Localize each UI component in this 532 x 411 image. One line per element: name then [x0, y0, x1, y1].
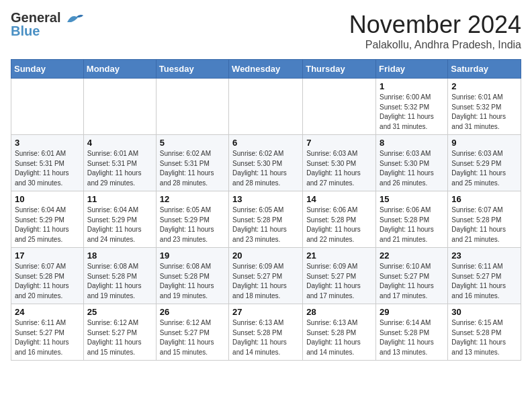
calendar-cell: 26Sunrise: 6:12 AMSunset: 5:27 PMDayligh…	[156, 304, 228, 361]
weekday-header-sunday: Sunday	[11, 60, 84, 79]
calendar-cell: 9Sunrise: 6:03 AMSunset: 5:29 PMDaylight…	[448, 135, 521, 191]
calendar-cell: 25Sunrise: 6:12 AMSunset: 5:27 PMDayligh…	[83, 304, 156, 361]
calendar-cell: 15Sunrise: 6:06 AMSunset: 5:28 PMDayligh…	[376, 191, 448, 248]
title-block: November 2024 Palakollu, Andhra Pradesh,…	[349, 11, 521, 51]
weekday-header-saturday: Saturday	[448, 60, 521, 79]
calendar-cell: 18Sunrise: 6:08 AMSunset: 5:28 PMDayligh…	[83, 248, 156, 304]
calendar-cell: 24Sunrise: 6:11 AMSunset: 5:27 PMDayligh…	[11, 304, 84, 361]
day-info: Sunrise: 6:02 AMSunset: 5:30 PMDaylight:…	[232, 149, 299, 188]
day-info: Sunrise: 6:03 AMSunset: 5:29 PMDaylight:…	[451, 149, 517, 188]
day-number: 12	[160, 194, 225, 204]
day-info: Sunrise: 6:15 AMSunset: 5:28 PMDaylight:…	[451, 318, 517, 357]
weekday-header-tuesday: Tuesday	[156, 60, 228, 79]
day-info: Sunrise: 6:12 AMSunset: 5:27 PMDaylight:…	[87, 318, 152, 357]
day-info: Sunrise: 6:04 AMSunset: 5:29 PMDaylight:…	[87, 205, 152, 244]
day-info: Sunrise: 6:13 AMSunset: 5:28 PMDaylight:…	[306, 318, 372, 357]
day-info: Sunrise: 6:06 AMSunset: 5:28 PMDaylight:…	[380, 205, 444, 244]
calendar-cell	[11, 79, 84, 135]
calendar-cell: 19Sunrise: 6:08 AMSunset: 5:28 PMDayligh…	[156, 248, 228, 304]
day-number: 1	[380, 81, 444, 91]
calendar-cell	[303, 79, 376, 135]
day-info: Sunrise: 6:11 AMSunset: 5:27 PMDaylight:…	[451, 262, 517, 301]
location-subtitle: Palakollu, Andhra Pradesh, India	[349, 39, 521, 51]
day-info: Sunrise: 6:08 AMSunset: 5:28 PMDaylight:…	[87, 262, 152, 301]
calendar-cell: 6Sunrise: 6:02 AMSunset: 5:30 PMDaylight…	[229, 135, 303, 191]
day-number: 25	[87, 307, 152, 317]
calendar-table: SundayMondayTuesdayWednesdayThursdayFrid…	[11, 59, 521, 361]
calendar-cell: 21Sunrise: 6:09 AMSunset: 5:27 PMDayligh…	[303, 248, 376, 304]
day-info: Sunrise: 6:01 AMSunset: 5:31 PMDaylight:…	[15, 149, 80, 188]
calendar-cell: 27Sunrise: 6:13 AMSunset: 5:28 PMDayligh…	[229, 304, 303, 361]
day-number: 14	[306, 194, 372, 204]
day-info: Sunrise: 6:07 AMSunset: 5:28 PMDaylight:…	[451, 205, 517, 244]
day-info: Sunrise: 6:08 AMSunset: 5:28 PMDaylight:…	[160, 262, 225, 301]
day-number: 22	[380, 250, 444, 261]
day-number: 29	[380, 307, 444, 317]
day-info: Sunrise: 6:09 AMSunset: 5:27 PMDaylight:…	[232, 262, 299, 301]
day-number: 6	[232, 138, 299, 148]
weekday-header-thursday: Thursday	[303, 60, 376, 79]
day-number: 18	[87, 250, 152, 261]
day-number: 21	[306, 250, 372, 261]
day-info: Sunrise: 6:12 AMSunset: 5:27 PMDaylight:…	[160, 318, 225, 357]
calendar-cell: 23Sunrise: 6:11 AMSunset: 5:27 PMDayligh…	[448, 248, 521, 304]
day-info: Sunrise: 6:11 AMSunset: 5:27 PMDaylight:…	[15, 318, 80, 357]
day-info: Sunrise: 6:06 AMSunset: 5:28 PMDaylight:…	[306, 205, 372, 244]
day-number: 13	[232, 194, 299, 204]
day-number: 20	[232, 250, 299, 261]
logo-bird-icon	[66, 13, 85, 25]
calendar-cell: 30Sunrise: 6:15 AMSunset: 5:28 PMDayligh…	[448, 304, 521, 361]
day-number: 23	[451, 250, 517, 261]
calendar-cell: 13Sunrise: 6:05 AMSunset: 5:28 PMDayligh…	[229, 191, 303, 248]
calendar-cell: 12Sunrise: 6:05 AMSunset: 5:29 PMDayligh…	[156, 191, 228, 248]
day-number: 27	[232, 307, 299, 317]
weekday-header-wednesday: Wednesday	[229, 60, 303, 79]
calendar-week-5: 24Sunrise: 6:11 AMSunset: 5:27 PMDayligh…	[11, 304, 521, 361]
calendar-week-1: 1Sunrise: 6:00 AMSunset: 5:32 PMDaylight…	[11, 79, 521, 135]
calendar-cell: 20Sunrise: 6:09 AMSunset: 5:27 PMDayligh…	[229, 248, 303, 304]
calendar-cell: 2Sunrise: 6:01 AMSunset: 5:32 PMDaylight…	[448, 79, 521, 135]
calendar-week-4: 17Sunrise: 6:07 AMSunset: 5:28 PMDayligh…	[11, 248, 521, 304]
day-info: Sunrise: 6:02 AMSunset: 5:31 PMDaylight:…	[160, 149, 225, 188]
day-number: 17	[15, 250, 80, 261]
day-info: Sunrise: 6:09 AMSunset: 5:27 PMDaylight:…	[306, 262, 372, 301]
day-number: 26	[160, 307, 225, 317]
day-info: Sunrise: 6:13 AMSunset: 5:28 PMDaylight:…	[232, 318, 299, 357]
day-number: 11	[87, 194, 152, 204]
day-info: Sunrise: 6:03 AMSunset: 5:30 PMDaylight:…	[380, 149, 444, 188]
day-number: 9	[451, 138, 517, 148]
day-number: 19	[160, 250, 225, 261]
day-number: 3	[15, 138, 80, 148]
day-info: Sunrise: 6:05 AMSunset: 5:29 PMDaylight:…	[160, 205, 225, 244]
day-number: 5	[160, 138, 225, 148]
weekday-header-friday: Friday	[376, 60, 448, 79]
day-info: Sunrise: 6:07 AMSunset: 5:28 PMDaylight:…	[15, 262, 80, 301]
month-title: November 2024	[349, 11, 521, 39]
calendar-week-3: 10Sunrise: 6:04 AMSunset: 5:29 PMDayligh…	[11, 191, 521, 248]
weekday-header-row: SundayMondayTuesdayWednesdayThursdayFrid…	[11, 60, 521, 79]
day-number: 24	[15, 307, 80, 317]
calendar-cell	[156, 79, 228, 135]
calendar-cell: 16Sunrise: 6:07 AMSunset: 5:28 PMDayligh…	[448, 191, 521, 248]
calendar-cell: 7Sunrise: 6:03 AMSunset: 5:30 PMDaylight…	[303, 135, 376, 191]
day-number: 4	[87, 138, 152, 148]
calendar-cell	[229, 79, 303, 135]
day-info: Sunrise: 6:14 AMSunset: 5:28 PMDaylight:…	[380, 318, 444, 357]
day-info: Sunrise: 6:04 AMSunset: 5:29 PMDaylight:…	[15, 205, 80, 244]
page-header: General Blue November 2024 Palakollu, An…	[11, 11, 521, 51]
day-number: 30	[451, 307, 517, 317]
calendar-cell: 28Sunrise: 6:13 AMSunset: 5:28 PMDayligh…	[303, 304, 376, 361]
day-number: 28	[306, 307, 372, 317]
day-number: 16	[451, 194, 517, 204]
calendar-cell: 14Sunrise: 6:06 AMSunset: 5:28 PMDayligh…	[303, 191, 376, 248]
day-number: 7	[306, 138, 372, 148]
day-number: 10	[15, 194, 80, 204]
day-number: 15	[380, 194, 444, 204]
day-info: Sunrise: 6:00 AMSunset: 5:32 PMDaylight:…	[380, 93, 444, 132]
day-info: Sunrise: 6:03 AMSunset: 5:30 PMDaylight:…	[306, 149, 372, 188]
day-number: 8	[380, 138, 444, 148]
calendar-cell: 1Sunrise: 6:00 AMSunset: 5:32 PMDaylight…	[376, 79, 448, 135]
calendar-cell: 3Sunrise: 6:01 AMSunset: 5:31 PMDaylight…	[11, 135, 84, 191]
day-info: Sunrise: 6:05 AMSunset: 5:28 PMDaylight:…	[232, 205, 299, 244]
day-info: Sunrise: 6:01 AMSunset: 5:31 PMDaylight:…	[87, 149, 152, 188]
